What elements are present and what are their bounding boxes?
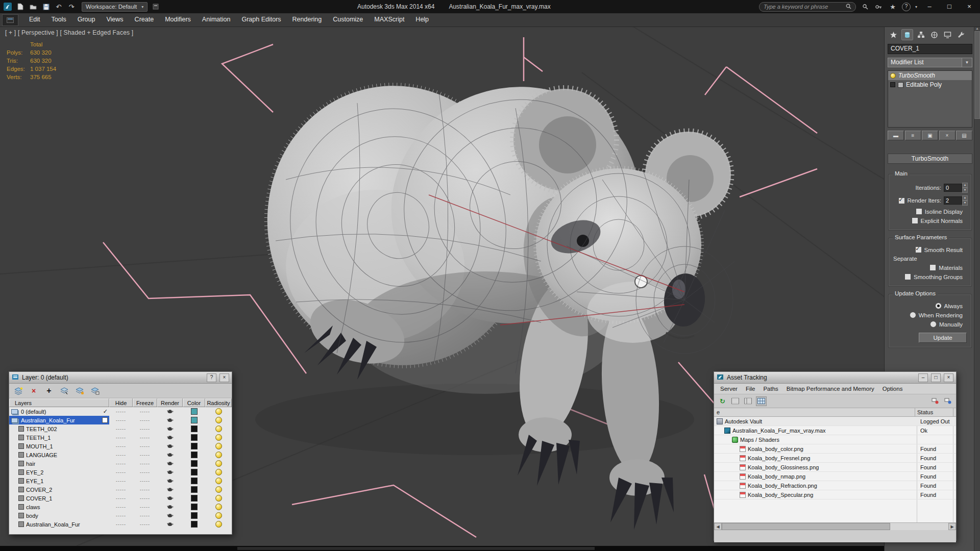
grid-view-icon[interactable] (756, 396, 767, 406)
render-toggle[interactable] (157, 485, 183, 494)
render-toggle[interactable] (157, 424, 183, 433)
asset-row-autodesk-vault[interactable]: Autodesk VaultLogged Out (714, 417, 956, 426)
color-swatch[interactable] (183, 477, 205, 485)
when-rendering-radio[interactable] (910, 312, 916, 318)
show-end-result-button[interactable]: ≡ (905, 131, 921, 140)
stack-item-turbosmooth[interactable]: TurboSmooth (888, 71, 972, 80)
menu-item-help[interactable]: Help (410, 13, 434, 27)
freeze-toggle[interactable]: ----- (133, 503, 157, 511)
table-view-icon[interactable] (730, 397, 740, 406)
layer-column-radiosity[interactable]: Radiosity (205, 398, 232, 407)
radiosity-toggle[interactable] (205, 503, 232, 511)
close-icon[interactable]: × (944, 373, 953, 382)
color-swatch[interactable] (183, 520, 205, 529)
pin-stack-button[interactable]: ▬ (888, 131, 904, 140)
freeze-toggle[interactable]: ----- (133, 477, 157, 485)
asset-row-koala-body-refraction-png[interactable]: Koala_body_Refraction.pngFound (714, 481, 956, 490)
radiosity-toggle[interactable] (205, 442, 232, 450)
color-swatch[interactable] (183, 442, 205, 450)
render-toggle[interactable] (157, 433, 183, 442)
layer-row-australian-koala-fur-13[interactable]: Australian_Koala_Fur---------- (9, 520, 232, 529)
hide-toggle[interactable]: ----- (109, 485, 133, 494)
set-current-layer-icon[interactable] (75, 386, 85, 395)
render-toggle[interactable] (157, 520, 183, 529)
color-swatch[interactable] (183, 511, 205, 520)
new-layer-icon[interactable] (13, 386, 23, 395)
select-layer-objects-icon[interactable] (59, 386, 69, 395)
menu-item-tools[interactable]: Tools (46, 13, 72, 27)
menu-item-edit[interactable]: Edit (23, 13, 46, 27)
radiosity-toggle[interactable] (205, 494, 232, 503)
close-icon[interactable]: × (219, 373, 229, 382)
render-toggle[interactable] (157, 468, 183, 477)
layer-row-claws-11[interactable]: claws---------- (9, 503, 232, 511)
object-name-field[interactable]: COVER_1 (888, 44, 972, 54)
iterations-spinner[interactable]: 0 ▴▾ (944, 183, 968, 193)
color-swatch[interactable] (183, 459, 205, 468)
menu-item-maxscript[interactable]: MAXScript (369, 13, 410, 27)
render-iters-checkbox[interactable] (898, 197, 905, 204)
render-toggle[interactable] (157, 511, 183, 520)
layer-row-hair-6[interactable]: hair---------- (9, 459, 232, 468)
render-iters-value[interactable]: 2 (944, 196, 962, 205)
layer-column-color[interactable]: Color (183, 398, 205, 407)
layer-column-render[interactable]: Render (157, 398, 183, 407)
menu-item-group[interactable]: Group (72, 13, 101, 27)
hide-toggle[interactable]: ----- (109, 442, 133, 450)
color-swatch[interactable] (183, 503, 205, 511)
menu-item-animation[interactable]: Animation (197, 13, 236, 27)
layer-dialog-titlebar[interactable]: Layer: 0 (default) ? × (9, 372, 232, 384)
asset-row-australian-koala-fur-max-vray-max[interactable]: Australian_Koala_Fur_max_vray.maxOk (714, 426, 956, 435)
color-swatch[interactable] (183, 450, 205, 459)
iterations-value[interactable]: 0 (944, 184, 962, 192)
spinner-arrows-icon[interactable]: ▴▾ (962, 195, 968, 206)
asset-tracking-titlebar[interactable]: Asset Tracking – □ × (714, 372, 956, 384)
render-toggle[interactable] (157, 459, 183, 468)
freeze-toggle[interactable]: ----- (133, 459, 157, 468)
hide-toggle[interactable]: ----- (109, 477, 133, 485)
configure-modifier-sets-button[interactable]: ▤ (956, 131, 972, 140)
hide-toggle[interactable]: ----- (109, 494, 133, 503)
radiosity-toggle[interactable] (205, 485, 232, 494)
koala-model[interactable] (236, 52, 732, 530)
update-button[interactable]: Update (919, 333, 967, 343)
layer-checkbox[interactable] (102, 417, 108, 423)
freeze-toggle[interactable]: ----- (133, 416, 157, 424)
layer-column-layers[interactable]: Layers (9, 398, 109, 407)
search-icon[interactable] (846, 2, 851, 11)
search-settings-icon[interactable] (861, 2, 870, 11)
scroll-up-icon[interactable]: ▲ (975, 27, 979, 30)
search-input[interactable]: Type a keyword or phrase (759, 2, 856, 12)
tab-create-icon[interactable] (888, 30, 899, 40)
spinner-arrows-icon[interactable]: ▴▾ (962, 183, 968, 193)
freeze-toggle[interactable]: ----- (133, 424, 157, 433)
asset-status-column-header[interactable]: Status (915, 408, 953, 416)
freeze-toggle[interactable]: ----- (133, 520, 157, 529)
asset-menu-server[interactable]: Server (716, 386, 742, 392)
freeze-toggle[interactable]: ----- (133, 407, 157, 416)
menu-item-modifiers[interactable]: Modifiers (159, 13, 197, 27)
manually-radio[interactable] (930, 321, 937, 328)
layer-row-cover-2-9[interactable]: COVER_2---------- (9, 485, 232, 494)
asset-row-maps-shaders[interactable]: Maps / Shaders (714, 435, 956, 444)
color-swatch[interactable] (183, 494, 205, 503)
layer-row-language-5[interactable]: LANGUAGE---------- (9, 450, 232, 459)
materials-checkbox[interactable] (929, 264, 936, 271)
hide-toggle[interactable]: ----- (109, 468, 133, 477)
command-panel-scrollbar[interactable]: ▲ (974, 27, 980, 551)
asset-row-koala-body-glossiness-png[interactable]: Koala_body_Glossiness.pngFound (714, 463, 956, 472)
render-toggle[interactable] (157, 503, 183, 511)
layer-row-eye-2-7[interactable]: EYE_2---------- (9, 468, 232, 477)
hide-toggle[interactable]: ----- (109, 511, 133, 520)
make-unique-button[interactable]: ▣ (922, 131, 938, 140)
layer-column-freeze[interactable]: Freeze (133, 398, 157, 407)
asset-row-koala-body-fresnel-png[interactable]: Koala_body_Fresnel.pngFound (714, 454, 956, 463)
menu-item-rendering[interactable]: Rendering (287, 13, 328, 27)
radiosity-toggle[interactable] (205, 450, 232, 459)
maximize-button[interactable]: □ (931, 373, 941, 382)
layer-row-body-12[interactable]: body---------- (9, 511, 232, 520)
asset-menu-paths[interactable]: Paths (759, 386, 782, 392)
key-icon[interactable] (874, 2, 884, 11)
explicit-normals-checkbox[interactable] (912, 217, 918, 224)
delete-layer-icon[interactable]: × (29, 386, 39, 395)
